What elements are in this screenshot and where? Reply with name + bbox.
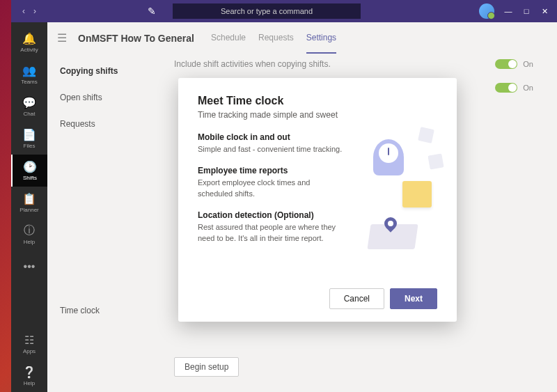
rail-label: Help xyxy=(24,239,35,245)
sidebar-item-timeclock[interactable]: Time clock xyxy=(57,297,160,324)
tab-requests[interactable]: Requests xyxy=(258,23,294,54)
tab-settings[interactable]: Settings xyxy=(306,23,336,54)
file-icon: 📄 xyxy=(22,129,36,141)
feature-desc: Export employee clock times and schedule… xyxy=(198,178,344,199)
people-icon: 👥 xyxy=(22,65,36,77)
setting-copy-text: Include shift activities when copying sh… xyxy=(174,59,331,69)
bell-icon: 🔔 xyxy=(22,33,36,45)
more-icon: ••• xyxy=(24,260,36,273)
rail-help-bottom[interactable]: ❔Help xyxy=(11,360,47,392)
compose-icon[interactable]: ✎ xyxy=(145,6,159,17)
feature-desc: Rest assured that people are where they … xyxy=(198,222,344,244)
app-rail: 🔔Activity 👥Teams 💬Chat 📄Files 🕑Shifts 📋P… xyxy=(11,22,47,392)
sidebar-item-openshifts[interactable]: Open shifts xyxy=(57,84,160,111)
rail-shifts[interactable]: 🕑Shifts xyxy=(11,155,47,187)
begin-setup-button[interactable]: Begin setup xyxy=(174,357,239,377)
sticky-note-icon xyxy=(402,181,432,207)
feature-desc: Simple and fast - convenient time tracki… xyxy=(198,144,344,155)
rail-chat[interactable]: 💬Chat xyxy=(11,91,47,123)
cancel-button[interactable]: Cancel xyxy=(329,288,384,309)
minimize-icon[interactable]: — xyxy=(504,7,512,15)
maximize-icon[interactable]: □ xyxy=(522,7,531,15)
titlebar: ‹ › ✎ — □ ✕ xyxy=(11,0,557,22)
rail-help[interactable]: ⓘHelp xyxy=(11,219,47,251)
rail-label: Apps xyxy=(23,348,36,354)
rail-label: Chat xyxy=(24,111,36,117)
tab-schedule[interactable]: Schedule xyxy=(211,23,246,54)
page-title: OnMSFT How To General xyxy=(78,33,194,44)
help-icon: ⓘ xyxy=(24,225,35,237)
clock-illustration-icon xyxy=(373,139,404,175)
planner-icon: 📋 xyxy=(22,193,36,205)
avatar[interactable] xyxy=(479,3,494,19)
nav-back-icon[interactable]: ‹ xyxy=(22,6,25,16)
rail-teams[interactable]: 👥Teams xyxy=(11,58,47,91)
modal-title: Meet Time clock xyxy=(198,95,437,107)
rail-label: Shifts xyxy=(23,175,37,181)
close-icon[interactable]: ✕ xyxy=(540,7,549,16)
rail-more[interactable]: ••• xyxy=(11,251,47,283)
toggle-label: On xyxy=(523,84,533,92)
rail-planner[interactable]: 📋Planner xyxy=(11,187,47,219)
rail-apps[interactable]: ☷Apps xyxy=(11,328,47,360)
modal-subtitle: Time tracking made simple and sweet xyxy=(198,110,437,120)
rail-label: Activity xyxy=(20,47,38,53)
toggle-label: On xyxy=(523,60,533,68)
toggle-open-shifts[interactable] xyxy=(495,83,517,93)
app-window: ‹ › ✎ — □ ✕ 🔔Activity 👥Teams 💬Chat 📄File… xyxy=(11,0,557,392)
hamburger-icon[interactable]: ☰ xyxy=(57,31,67,45)
time-clock-modal: Meet Time clock Time tracking made simpl… xyxy=(178,78,457,322)
rail-label: Help xyxy=(24,380,35,386)
apps-icon: ☷ xyxy=(24,334,34,347)
nav-forward-icon[interactable]: › xyxy=(33,6,36,16)
toggle-copy-activities[interactable] xyxy=(495,59,517,69)
rail-files[interactable]: 📄Files xyxy=(11,123,47,155)
sidebar-item-requests[interactable]: Requests xyxy=(57,111,160,137)
settings-sidebar: Copying shifts Open shifts Requests Time… xyxy=(57,54,160,382)
rail-label: Teams xyxy=(21,79,38,85)
location-pin-icon xyxy=(383,217,398,238)
rail-label: Files xyxy=(24,143,36,149)
search-input[interactable] xyxy=(173,3,361,19)
chat-icon: 💬 xyxy=(22,97,36,109)
rail-activity[interactable]: 🔔Activity xyxy=(11,26,47,58)
page-header: ☰ OnMSFT How To General Schedule Request… xyxy=(47,22,557,54)
help-icon: ❔ xyxy=(22,366,36,379)
next-button[interactable]: Next xyxy=(390,288,437,309)
clock-icon: 🕑 xyxy=(23,161,37,173)
modal-illustration xyxy=(363,127,440,252)
rail-label: Planner xyxy=(19,207,39,213)
sidebar-item-copying[interactable]: Copying shifts xyxy=(57,58,160,84)
